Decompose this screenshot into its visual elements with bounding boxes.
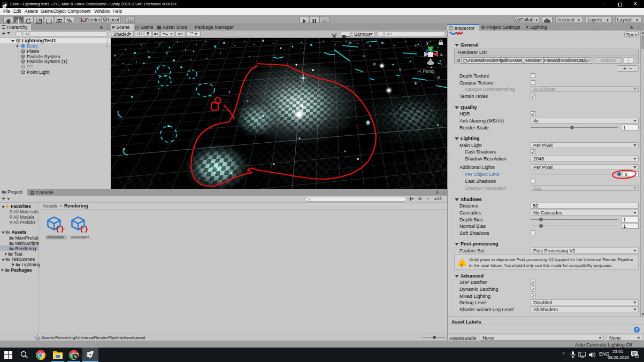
svg-text:⋖ Persp: ⋖ Persp xyxy=(418,68,435,74)
svg-text:✎: ✎ xyxy=(74,355,78,359)
svg-text:x: x xyxy=(440,52,443,57)
svg-text:y: y xyxy=(426,40,429,45)
svg-text:7: 7 xyxy=(636,354,638,358)
